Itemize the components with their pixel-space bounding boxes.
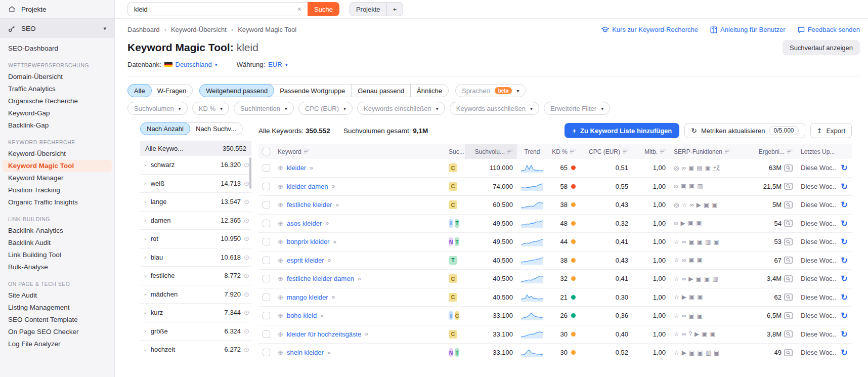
hide-eye-icon[interactable]: ⊙ xyxy=(244,161,249,169)
row-checkbox[interactable] xyxy=(263,312,270,319)
sidebar-item-seo-dashboard[interactable]: SEO-Dashboard xyxy=(0,43,114,55)
serp-preview-icon[interactable] xyxy=(784,183,793,190)
refresh-metrics-icon[interactable]: ↻ xyxy=(841,182,847,191)
sidebar-item-backlink-audit[interactable]: Backlink Audit xyxy=(0,237,114,249)
refresh-metrics-icon[interactable]: ↻ xyxy=(841,219,847,228)
open-keyword-icon[interactable]: » xyxy=(332,183,335,190)
refresh-metrics-icon[interactable]: ↻ xyxy=(841,256,847,265)
hide-eye-icon[interactable]: ⊙ xyxy=(244,272,249,279)
open-keyword-icon[interactable]: » xyxy=(365,330,368,338)
serp-preview-icon[interactable] xyxy=(784,164,793,172)
row-checkbox[interactable] xyxy=(263,257,270,264)
sidebar-item-projects[interactable]: Projekte xyxy=(0,0,114,19)
serp-preview-icon[interactable] xyxy=(784,294,793,301)
row-checkbox[interactable] xyxy=(263,220,270,227)
tab--hnliche[interactable]: Ähnliche xyxy=(410,85,448,97)
open-keyword-icon[interactable]: » xyxy=(358,275,361,282)
keyword-link[interactable]: bonprix kleider xyxy=(287,238,330,245)
breadcrumb-item[interactable]: Keyword-Übersicht xyxy=(171,26,227,33)
sort-icon[interactable] xyxy=(570,149,576,154)
keyword-link[interactable]: boho kleid xyxy=(287,312,317,319)
sidebar-item-keyword-magic-tool[interactable]: Keyword Magic Tool xyxy=(3,160,112,172)
tab-projects[interactable]: Projekte xyxy=(350,3,386,16)
open-keyword-icon[interactable]: » xyxy=(310,164,313,172)
serp-preview-icon[interactable] xyxy=(784,257,793,264)
all-keywords-group-row[interactable]: Alle Keywo... 350.552 xyxy=(140,141,251,156)
open-keyword-icon[interactable]: » xyxy=(327,349,331,356)
column-header-serp-funktionen[interactable]: SERP-Funktionen xyxy=(670,144,744,159)
breadcrumb-item[interactable]: Dashboard xyxy=(127,26,160,33)
search-history-button[interactable]: Suchverlauf anzeigen xyxy=(783,40,860,55)
sort-icon[interactable] xyxy=(725,149,730,154)
filter-keywords-einschlie-en[interactable]: Keywords einschließen▾ xyxy=(357,102,445,115)
filter-erweiterte-filter[interactable]: Erweiterte Filter▾ xyxy=(544,102,610,115)
refresh-metrics-icon[interactable]: ↻ xyxy=(841,274,847,283)
column-header-suchvolu-[interactable]: Suchvolu... xyxy=(465,144,517,159)
refresh-metrics-icon[interactable]: ↻ xyxy=(841,200,847,210)
chevron-right-icon[interactable]: › xyxy=(144,217,146,223)
sidebar-item-keyword-gap[interactable]: Keyword-Gap xyxy=(0,107,114,119)
sort-icon[interactable] xyxy=(304,149,310,154)
serp-more-features[interactable]: +2 xyxy=(713,164,720,171)
sort-icon[interactable] xyxy=(660,149,666,154)
keyword-link[interactable]: kleider damen xyxy=(287,183,328,190)
add-keyword-icon[interactable]: ⊕ xyxy=(278,257,283,264)
sidebar-item-link-building-tool[interactable]: Link Building Tool xyxy=(0,249,114,261)
refresh-metrics-icon[interactable]: ↻ xyxy=(841,348,847,357)
keyword-link[interactable]: festliche kleider xyxy=(287,201,332,208)
add-keyword-icon[interactable]: ⊕ xyxy=(278,312,283,319)
select-all-checkbox[interactable] xyxy=(263,148,270,155)
row-checkbox[interactable] xyxy=(263,201,270,208)
sidebar-item-organische-recherche[interactable]: Organische Recherche xyxy=(0,95,114,107)
column-header-mitb-[interactable]: Mitb. xyxy=(632,144,670,159)
add-keyword-icon[interactable]: ⊕ xyxy=(278,330,283,338)
chevron-right-icon[interactable]: › xyxy=(144,180,146,186)
chevron-right-icon[interactable]: › xyxy=(144,310,146,316)
filter-cpc-eur-[interactable]: CPC (EUR)▾ xyxy=(298,102,353,115)
serp-preview-icon[interactable] xyxy=(784,312,793,319)
sidebar-item-organic-traffic-insights[interactable]: Organic Traffic Insights xyxy=(0,196,114,208)
languages-filter[interactable]: Sprachen beta ▾ xyxy=(455,84,526,97)
hide-eye-icon[interactable]: ⊙ xyxy=(244,254,249,261)
sidebar-item-keyword-bersicht[interactable]: Keyword-Übersicht xyxy=(0,148,114,160)
sidebar-item-domain-bersicht[interactable]: Domain-Übersicht xyxy=(0,71,114,83)
keyword-link[interactable]: asos kleider xyxy=(287,220,322,227)
hide-eye-icon[interactable]: ⊙ xyxy=(244,217,249,224)
sidebar-item-seo-content-template[interactable]: SEO Content Template xyxy=(0,314,114,326)
row-checkbox[interactable] xyxy=(263,330,270,338)
keyword-group-row[interactable]: ›hochzeit6.272⊙ xyxy=(140,341,251,359)
serp-preview-icon[interactable] xyxy=(784,330,793,338)
database-selector[interactable]: Datenbank: Deutschland ▾ xyxy=(127,61,218,68)
chevron-right-icon[interactable]: › xyxy=(144,236,146,242)
sidebar-item-site-audit[interactable]: Site Audit xyxy=(0,289,114,302)
toggle-nach-anzahl[interactable]: Nach Anzahl xyxy=(140,122,190,135)
export-button[interactable]: ↥ Export xyxy=(810,123,852,138)
column-header-ergebni-[interactable]: Ergebni... xyxy=(744,144,797,159)
filter-suchvolumen[interactable]: Suchvolumen▾ xyxy=(127,102,188,115)
add-keyword-icon[interactable]: ⊕ xyxy=(278,201,283,208)
hide-eye-icon[interactable]: ⊙ xyxy=(244,180,249,187)
open-keyword-icon[interactable]: » xyxy=(320,312,324,319)
column-header-kd-[interactable]: KD % xyxy=(547,144,580,159)
currency-value[interactable]: EUR xyxy=(268,61,282,68)
sidebar-item-keyword-manager[interactable]: Keyword Manager xyxy=(0,172,114,184)
hide-eye-icon[interactable]: ⊙ xyxy=(244,290,249,298)
add-tab-button[interactable]: + xyxy=(386,3,403,16)
refresh-metrics-icon[interactable]: ↻ xyxy=(841,292,847,302)
add-keyword-icon[interactable]: ⊕ xyxy=(278,294,283,301)
serp-preview-icon[interactable] xyxy=(784,201,793,208)
row-checkbox[interactable] xyxy=(263,275,270,282)
chevron-right-icon[interactable]: › xyxy=(144,162,146,168)
refresh-metrics-icon[interactable]: ↻ xyxy=(841,237,847,246)
row-checkbox[interactable] xyxy=(263,349,270,356)
toggle-nach-suchv-[interactable]: Nach Suchv... xyxy=(190,123,242,135)
sidebar-item-traffic-analytics[interactable]: Traffic Analytics xyxy=(0,83,114,95)
column-header-keyword[interactable]: Keyword xyxy=(274,144,445,159)
open-keyword-icon[interactable]: » xyxy=(333,238,336,245)
add-keyword-icon[interactable]: ⊕ xyxy=(278,349,283,356)
refresh-metrics-icon[interactable]: ↻ xyxy=(841,311,847,320)
sidebar-item-bulk-analyse[interactable]: Bulk-Analyse xyxy=(0,261,114,273)
row-checkbox[interactable] xyxy=(263,164,270,172)
keyword-group-row[interactable]: ›mädchen7.920⊙ xyxy=(140,285,251,304)
chevron-right-icon[interactable]: › xyxy=(144,347,146,353)
